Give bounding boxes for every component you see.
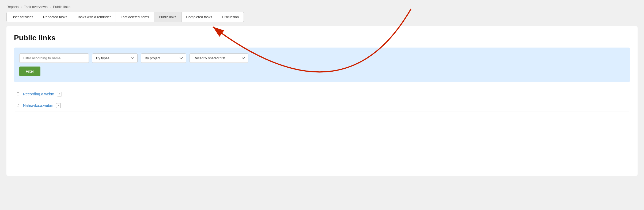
breadcrumb: Reports › Task overviews › Public links bbox=[0, 0, 644, 12]
breadcrumb-sep-2: › bbox=[50, 5, 51, 9]
file-item-0: 🗋 Recording.a.webm ↗ bbox=[15, 88, 629, 100]
filter-box: By types... By project... Recently share… bbox=[14, 48, 630, 82]
file-link-0[interactable]: Recording.a.webm bbox=[23, 92, 54, 96]
tab-tasks-with-reminder[interactable]: Tasks with a reminder bbox=[72, 12, 116, 22]
tab-discussion[interactable]: Discussion bbox=[217, 12, 244, 22]
external-link-icon-1[interactable]: ↗ bbox=[56, 103, 61, 108]
file-icon-1: 🗋 bbox=[16, 103, 20, 108]
filter-button[interactable]: Filter bbox=[19, 67, 40, 76]
file-list: 🗋 Recording.a.webm ↗ 🗋 Nahravka.a.webm ↗ bbox=[14, 88, 630, 111]
breadcrumb-task-overviews[interactable]: Task overviews bbox=[24, 5, 48, 9]
tab-user-activities[interactable]: User activities bbox=[6, 12, 38, 22]
file-link-1[interactable]: Nahravka.a.webm bbox=[23, 103, 53, 108]
breadcrumb-public-links: Public links bbox=[53, 5, 70, 9]
filter-sort-select[interactable]: Recently shared first bbox=[190, 53, 248, 63]
external-link-icon-0[interactable]: ↗ bbox=[57, 92, 62, 96]
file-icon-0: 🗋 bbox=[16, 92, 20, 96]
main-content: Public links By types... By project... R… bbox=[6, 26, 638, 176]
filter-types-select[interactable]: By types... bbox=[92, 53, 138, 63]
tab-completed-tasks[interactable]: Completed tasks bbox=[181, 12, 217, 22]
tabs-bar: User activities Repeated tasks Tasks wit… bbox=[0, 12, 644, 22]
breadcrumb-sep-1: › bbox=[21, 5, 22, 9]
filter-project-select[interactable]: By project... bbox=[141, 53, 186, 63]
tab-public-links[interactable]: Public links bbox=[154, 12, 181, 22]
file-item-1: 🗋 Nahravka.a.webm ↗ bbox=[15, 100, 629, 111]
page-title: Public links bbox=[14, 34, 630, 42]
tab-last-deleted-items[interactable]: Last deleted items bbox=[116, 12, 154, 22]
breadcrumb-reports[interactable]: Reports bbox=[6, 5, 19, 9]
filter-name-input[interactable] bbox=[19, 53, 89, 63]
filter-row: By types... By project... Recently share… bbox=[19, 53, 625, 63]
tab-repeated-tasks[interactable]: Repeated tasks bbox=[38, 12, 72, 22]
